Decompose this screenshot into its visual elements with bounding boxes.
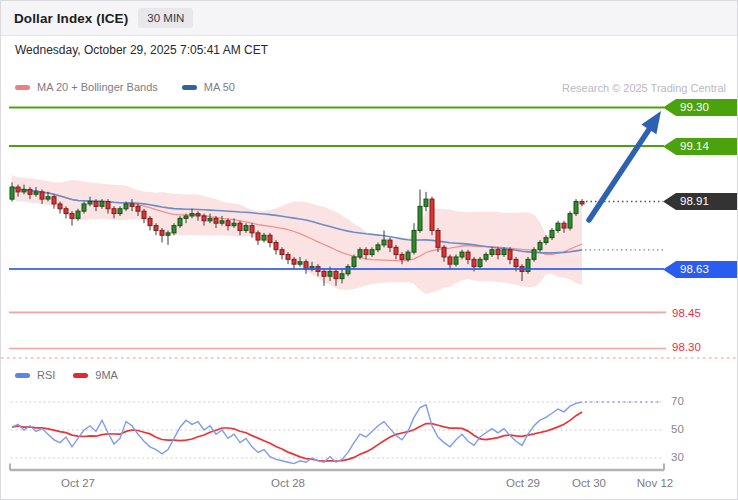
research-credit: Research © 2025 Trading Central — [562, 82, 726, 94]
ma20-bb-swatch-icon — [15, 85, 30, 90]
minor-level-label-1: 98.45 — [672, 307, 701, 319]
rsi-level-70: 70 — [671, 395, 684, 407]
x-axis-label-oct30: Oct 30 — [554, 477, 624, 489]
rsi-swatch-icon — [15, 373, 30, 378]
interval-badge: 30 MIN — [138, 8, 193, 28]
page-title: Dollar Index (ICE) — [14, 11, 128, 26]
minor-level-label-2: 98.30 — [672, 341, 701, 353]
resistance-label-1: 99.14 — [663, 138, 738, 155]
x-axis-label-oct29: Oct 29 — [488, 477, 558, 489]
support-label: 98.63 — [663, 261, 738, 278]
rsi-level-50: 50 — [671, 423, 684, 435]
rsi-ma-swatch-icon — [73, 373, 88, 378]
x-axis-label-oct28: Oct 28 — [253, 477, 323, 489]
x-axis-label-oct27: Oct 27 — [43, 477, 113, 489]
chart-card: Dollar Index (ICE) 30 MIN Wednesday, Oct… — [0, 0, 738, 500]
rsi-ma-legend-label: 9MA — [95, 369, 118, 381]
rsi-legend-label: RSI — [37, 369, 55, 381]
main-chart-legend: MA 20 + Bollinger Bands MA 50 — [15, 81, 235, 93]
chart-timestamp: Wednesday, October 29, 2025 7:05:41 AM C… — [15, 43, 268, 57]
rsi-level-30: 30 — [671, 451, 684, 463]
ma50-legend-label: MA 50 — [204, 81, 235, 93]
rsi-legend: RSI 9MA — [15, 369, 118, 381]
ma20-bb-legend-label: MA 20 + Bollinger Bands — [37, 81, 158, 93]
resistance-label-2: 99.30 — [663, 99, 738, 116]
chart-header: Dollar Index (ICE) 30 MIN — [1, 1, 737, 36]
ma50-swatch-icon — [182, 85, 197, 90]
last-price-label: 98.91 — [663, 193, 738, 210]
chart-canvas — [1, 1, 738, 500]
x-axis-label-nov12: Nov 12 — [620, 477, 690, 489]
